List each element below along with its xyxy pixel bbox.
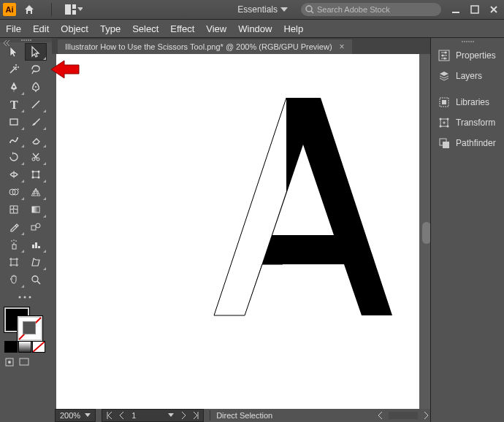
- svg-point-3: [306, 6, 312, 12]
- svg-point-58: [447, 126, 449, 128]
- menu-select[interactable]: Select: [132, 23, 159, 34]
- panel-libraries[interactable]: Libraries: [431, 92, 504, 112]
- svg-line-11: [32, 101, 39, 108]
- close-icon[interactable]: [489, 5, 498, 14]
- screen-mode-icon[interactable]: [19, 357, 29, 369]
- artboard-tool[interactable]: [3, 253, 25, 271]
- maximize-icon[interactable]: [470, 5, 479, 14]
- active-tool-label: Direct Selection: [216, 411, 272, 420]
- menu-window[interactable]: Window: [238, 23, 272, 34]
- symbol-sprayer-tool[interactable]: [3, 236, 25, 253]
- vertical-scrollbar[interactable]: [419, 54, 431, 409]
- rotate-tool[interactable]: [3, 148, 25, 166]
- slice-tool[interactable]: [25, 253, 47, 271]
- panel-layers[interactable]: Layers: [431, 66, 504, 86]
- lasso-tool[interactable]: [25, 61, 47, 78]
- rectangle-tool[interactable]: [3, 113, 25, 131]
- svg-rect-30: [32, 245, 34, 248]
- width-tool[interactable]: [3, 166, 25, 183]
- eraser-tool[interactable]: [25, 131, 47, 148]
- svg-line-40: [33, 342, 45, 352]
- line-tool[interactable]: [25, 96, 47, 113]
- collapse-left-icon[interactable]: [1, 39, 10, 47]
- search-input[interactable]: Search Adobe Stock: [301, 3, 441, 16]
- svg-rect-29: [12, 245, 16, 249]
- svg-point-36: [19, 296, 21, 299]
- stroke-swatch[interactable]: [18, 316, 42, 341]
- canvas[interactable]: [56, 54, 419, 409]
- prev-icon[interactable]: [120, 412, 124, 419]
- chevron-down-icon: [280, 7, 288, 12]
- scroll-right-icon[interactable]: [424, 412, 428, 419]
- gradient-tool[interactable]: [25, 201, 47, 218]
- menu-effect[interactable]: Effect: [170, 23, 194, 34]
- hand-tool[interactable]: [3, 271, 25, 288]
- direct-selection-tool[interactable]: [25, 43, 47, 61]
- paintbrush-tool[interactable]: [25, 113, 47, 131]
- menu-object[interactable]: Object: [61, 23, 88, 34]
- search-icon: [305, 5, 314, 14]
- svg-rect-27: [31, 226, 36, 230]
- free-transform-tool[interactable]: [25, 166, 47, 183]
- svg-rect-6: [471, 6, 478, 13]
- svg-point-49: [445, 52, 447, 54]
- svg-rect-2: [72, 10, 76, 15]
- tab-close-icon[interactable]: ×: [340, 42, 345, 52]
- zoom-level[interactable]: 200%: [55, 409, 96, 422]
- svg-line-4: [311, 11, 313, 13]
- scissors-tool[interactable]: [25, 148, 47, 166]
- panel-grip-icon[interactable]: [431, 38, 504, 45]
- fill-stroke-swatch[interactable]: [4, 307, 45, 339]
- first-icon[interactable]: [107, 412, 112, 419]
- pathfinder-icon: [438, 137, 450, 149]
- shape-builder-tool[interactable]: [3, 183, 25, 201]
- scroll-left-icon[interactable]: [378, 412, 383, 419]
- last-icon[interactable]: [193, 412, 199, 419]
- type-tool[interactable]: T: [3, 96, 25, 113]
- panel-pathfinder[interactable]: Pathfinder: [431, 133, 504, 153]
- eyedropper-tool[interactable]: [3, 218, 25, 236]
- blend-tool[interactable]: [25, 218, 47, 236]
- next-icon[interactable]: [181, 412, 186, 419]
- color-none[interactable]: [32, 341, 45, 353]
- column-graph-tool[interactable]: [25, 236, 47, 253]
- document-tab[interactable]: Illustrator How to Use the Scissors Tool…: [58, 39, 352, 54]
- panel-properties[interactable]: Properties: [431, 45, 504, 66]
- color-solid[interactable]: [4, 341, 18, 353]
- draw-normal-icon[interactable]: [4, 357, 15, 369]
- panel-transform[interactable]: Transform: [431, 112, 504, 133]
- toolbar-more[interactable]: [3, 288, 47, 306]
- libraries-icon: [438, 96, 450, 108]
- svg-rect-43: [20, 358, 28, 365]
- svg-point-42: [8, 361, 11, 364]
- menu-help[interactable]: Help: [283, 23, 303, 34]
- curvature-tool[interactable]: [25, 78, 47, 96]
- svg-rect-53: [442, 100, 446, 104]
- svg-rect-0: [65, 4, 71, 15]
- home-icon[interactable]: [22, 3, 37, 16]
- svg-point-37: [24, 296, 26, 299]
- minimize-icon[interactable]: [451, 5, 460, 14]
- workspace-switcher[interactable]: Essentials: [232, 3, 294, 16]
- zoom-tool[interactable]: [25, 271, 47, 288]
- window-controls: [451, 5, 498, 14]
- h-scrollbar[interactable]: [389, 412, 418, 419]
- menu-edit[interactable]: Edit: [33, 23, 49, 34]
- shaper-tool[interactable]: [3, 131, 25, 148]
- menu-file[interactable]: File: [6, 23, 21, 34]
- perspective-grid-tool[interactable]: [25, 183, 47, 201]
- menu-view[interactable]: View: [206, 23, 226, 34]
- app-logo[interactable]: Ai: [3, 3, 16, 16]
- document-tab-title: Illustrator How to Use the Scissors Tool…: [65, 42, 332, 51]
- color-gradient[interactable]: [18, 341, 31, 353]
- arrange-documents-icon[interactable]: [65, 3, 83, 16]
- menu-type[interactable]: Type: [100, 23, 121, 34]
- right-panel-rail: Properties Layers Libraries Transform Pa…: [430, 38, 504, 422]
- pen-tool[interactable]: [3, 78, 25, 96]
- canvas-wrap: [52, 54, 431, 409]
- magic-wand-tool[interactable]: [3, 61, 25, 78]
- svg-rect-12: [10, 119, 18, 125]
- artboard-nav[interactable]: 1: [102, 409, 204, 422]
- mesh-tool[interactable]: [3, 201, 25, 218]
- svg-point-56: [447, 118, 449, 120]
